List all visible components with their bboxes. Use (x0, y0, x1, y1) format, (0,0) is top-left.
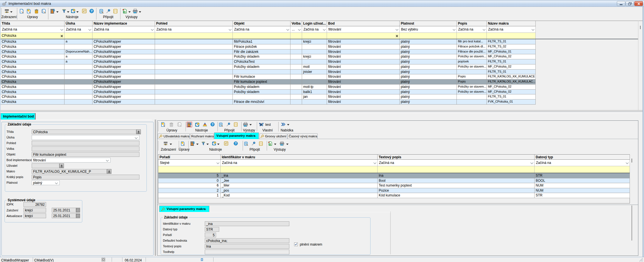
form-field[interactable]: cPolozka_ina; (205, 238, 289, 243)
tab-implementacni-bod[interactable]: Implementační bod (1, 113, 35, 120)
statusbar-top-highlight (0, 257, 644, 257)
tab-vstupni-parametry-makra[interactable]: Vstupní parametry makra (214, 133, 259, 139)
pin-icon[interactable] (251, 141, 256, 146)
form-field[interactable]: Ina (205, 244, 289, 249)
note-attach-icon[interactable] (244, 141, 248, 146)
grid-row[interactable]: 0_JeeBoolBOOL (158, 178, 630, 183)
param-grid-vscroll-thumb[interactable] (632, 159, 632, 163)
grid-row[interactable]: 1_KodKód kumulaceSTR (158, 193, 630, 198)
custom-button-text[interactable]: test (265, 123, 271, 127)
pyramid-icon[interactable] (203, 122, 207, 127)
grid-cell[interactable]: 1 (158, 193, 221, 198)
filter-list-icon[interactable] (187, 122, 192, 127)
grid-cell[interactable]: STR (535, 193, 630, 198)
grid-cell[interactable]: Bool (378, 178, 535, 183)
grid-cell[interactable]: Test numeriky poptext (378, 183, 535, 188)
grid-cell[interactable]: NUM (535, 188, 630, 193)
grid-cell[interactable]: _Jee (221, 178, 378, 183)
menu-caret-icon[interactable] (287, 124, 289, 125)
grid-cell[interactable]: 5 (158, 173, 221, 178)
delete-record-icon[interactable] (169, 122, 174, 127)
form-field[interactable]: STR (205, 227, 219, 232)
tab-groovy-ulozeni[interactable]: Groovy uložení (259, 133, 287, 139)
excel-caret-icon[interactable] (274, 144, 276, 145)
filter-dropdown[interactable]: Začíná na (378, 160, 535, 166)
statusbar-separator (146, 257, 146, 262)
grid-cell[interactable]: _Kod (221, 193, 378, 198)
help-icon[interactable]: ? (234, 141, 238, 146)
view-settings-icon[interactable] (163, 142, 168, 146)
resize-grip[interactable] (638, 257, 643, 262)
minimize-button[interactable] (617, 1, 625, 6)
grid-cell[interactable]: 2 (158, 188, 221, 193)
grid-cell[interactable]: _pos (221, 188, 378, 193)
close-button[interactable] (634, 1, 643, 6)
grid-cell[interactable]: NUM (535, 183, 630, 188)
filter-list-icon[interactable] (190, 141, 195, 146)
statusbar-doc-icon[interactable] (201, 258, 203, 261)
grid-cell[interactable]: Kód kumulace (378, 193, 535, 198)
funnel-caret-icon[interactable] (206, 144, 209, 145)
tasks-icon[interactable] (259, 141, 263, 146)
history-clock-icon[interactable] (195, 122, 200, 127)
filter-chevron-icon[interactable] (531, 161, 533, 164)
tab-casovy-vyvoj-makra[interactable]: Časový vývoj makra (288, 133, 318, 139)
note-attach-icon[interactable] (219, 122, 223, 127)
filter-chevron-icon[interactable] (217, 161, 219, 164)
menu-chevrons-icon[interactable] (280, 122, 286, 127)
filter-chevron-icon[interactable] (626, 161, 629, 164)
detail-area-splitter[interactable] (158, 205, 638, 205)
grid-row[interactable]: 6_MerTest numeriky poptextNUM (158, 183, 630, 188)
copy-record-icon[interactable] (177, 122, 182, 127)
column-header[interactable]: Datový typ (535, 155, 630, 159)
filter-input-cell[interactable] (378, 166, 535, 173)
grid-cell[interactable]: BOOL (535, 178, 630, 183)
edit-record-icon[interactable] (181, 141, 185, 146)
filter-list-caret-icon[interactable] (196, 144, 199, 145)
tab-uzivatelska-makra[interactable]: Uživatelská makra (158, 133, 190, 139)
settings-sliders-icon[interactable] (224, 141, 228, 146)
grid-cell[interactable]: Ina (378, 173, 535, 178)
form-field[interactable]: _ina (205, 221, 289, 226)
column-header[interactable]: Textový popis (378, 155, 535, 159)
help-icon[interactable]: ? (210, 122, 215, 127)
filter-input-cell[interactable] (535, 166, 630, 173)
filter-input-cell[interactable] (158, 166, 221, 173)
grid-cell[interactable]: _Mer (221, 183, 378, 188)
maximize-button[interactable] (626, 1, 634, 6)
filter-dropdown[interactable]: Začíná na (535, 160, 630, 166)
grid-cell[interactable]: Pozice (378, 188, 535, 193)
view-settings-caret-icon[interactable] (170, 144, 172, 145)
pin-icon[interactable] (226, 122, 231, 127)
printer-caret-icon[interactable] (249, 124, 252, 125)
filter-dropdown[interactable]: Začíná na (221, 160, 378, 166)
printer-icon[interactable] (243, 122, 248, 127)
grid-row[interactable]: 2_posPoziceNUM (158, 188, 630, 193)
form-field[interactable]: 5 (205, 233, 216, 237)
butterfly-icon[interactable] (259, 122, 264, 127)
statusbar-square-button[interactable] (101, 257, 105, 262)
excel-export-icon[interactable]: X (268, 141, 272, 146)
grid-cell[interactable]: 6 (158, 183, 221, 188)
tasks-icon[interactable] (234, 122, 238, 127)
filter-chevron-icon[interactable] (374, 161, 376, 164)
grid-cell[interactable]: _ina (221, 173, 378, 178)
grid-row[interactable]: 5_inaInaSTR (158, 173, 630, 178)
column-header[interactable]: Pořadí (158, 155, 221, 159)
tab-rozhrani-makra[interactable]: Rozhraní makra (190, 133, 214, 139)
edit-record-icon[interactable] (161, 122, 165, 127)
detail-subpanel-scroll-thumb[interactable] (632, 205, 632, 241)
grid-cell[interactable]: STR (535, 173, 630, 178)
printer-icon[interactable] (279, 141, 285, 146)
grid-cell[interactable]: 0 (158, 178, 221, 183)
filter-input-cell[interactable] (221, 166, 378, 173)
funnel-icon[interactable] (201, 141, 205, 146)
history-clock-caret-icon[interactable] (217, 144, 219, 145)
history-clock-icon[interactable] (212, 141, 216, 146)
tab-vstupni-parametry-makra-detail[interactable]: Vstupní parametry makra (159, 206, 209, 212)
filter-dropdown[interactable]: Stejné (158, 160, 221, 166)
plneni-makrem-checkbox[interactable] (294, 242, 298, 246)
form-field[interactable] (205, 250, 289, 254)
column-header[interactable]: Identifikátor v makru (221, 155, 378, 159)
printer-caret-icon[interactable] (286, 144, 288, 145)
